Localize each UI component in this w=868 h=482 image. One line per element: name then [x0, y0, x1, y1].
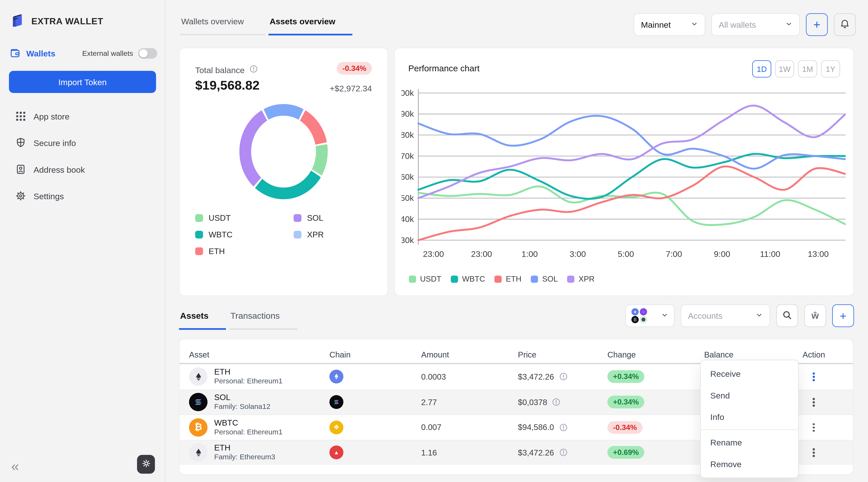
toggle-knob [139, 49, 148, 57]
row-actions-button[interactable] [810, 396, 817, 409]
tab-assets[interactable]: Assets [179, 311, 226, 330]
svg-text:90k: 90k [402, 109, 414, 119]
chart-legend-item-eth: ETH [495, 275, 522, 283]
notifications-button[interactable] [834, 13, 856, 36]
wbtc-asset-icon: ₿ [189, 418, 208, 437]
asset-cell: SOL Family: Solana12 [189, 392, 330, 412]
sidebar-item-secure-info[interactable]: Secure info [0, 130, 165, 156]
chevron-down-icon [691, 20, 698, 29]
wallets-label: Wallets [26, 49, 56, 58]
range-button-1y[interactable]: 1Y [821, 60, 840, 77]
polygon-token-icon: ◌ [640, 308, 647, 316]
donut-legend-item-wbtc: WBTC [195, 230, 293, 239]
sidebar-item-wallets[interactable]: Wallets [9, 47, 55, 59]
network-select[interactable]: Mainnet [634, 13, 705, 36]
add-wallet-button[interactable]: + [806, 13, 828, 36]
row-actions-button[interactable] [810, 446, 817, 459]
assets-tabs: AssetsTransactions [179, 311, 301, 330]
price-cell: $3,472.26 [518, 448, 608, 457]
asset-cell: ETH Personal: Ethereum1 [189, 367, 330, 386]
search-button[interactable] [776, 304, 798, 327]
legend-swatch [531, 275, 538, 283]
balance-change-badge: -0.34% [337, 62, 372, 75]
tab-assets-overview[interactable]: Assets overview [269, 13, 352, 35]
change-badge: +0.34% [608, 370, 644, 383]
eth-asset-icon [189, 367, 208, 386]
asset-account: Family: Solana12 [214, 403, 271, 412]
wallet-connect-button[interactable]: ŵ [804, 304, 826, 327]
legend-swatch [293, 214, 301, 222]
svg-text:1:00: 1:00 [521, 249, 538, 259]
svg-text:30k: 30k [402, 235, 414, 245]
collapse-sidebar-icon[interactable]: « [11, 459, 19, 473]
accounts-select[interactable]: Accounts [681, 304, 770, 327]
total-balance-card: Total balance -0.34% $19,568.82 +$2,972.… [179, 47, 388, 296]
bell-icon [839, 19, 850, 31]
chart-legend-item-usdt: USDT [409, 275, 441, 283]
sun-icon [141, 459, 151, 470]
token-icons-group: ♦ ◌ [631, 308, 648, 323]
extra-wallet-logo-icon [9, 12, 26, 31]
sidebar-item-app-store[interactable]: App store [0, 103, 165, 130]
solana-chain-icon [329, 395, 343, 409]
performance-chart-card: Performance chart 1D1W1M1Y 100k90k80k70k… [394, 47, 854, 296]
range-button-1m[interactable]: 1M [798, 60, 817, 77]
theme-toggle-button[interactable] [137, 455, 155, 474]
performance-line-chart: 100k90k80k70k60k50k40k30k23:0023:001:003… [402, 79, 846, 262]
change-cell: -0.34% [608, 421, 704, 433]
asset-cell: ₿ WBTC Personal: Ethereum1 [189, 418, 330, 437]
change-cell: +0.34% [608, 396, 704, 409]
all-wallets-select[interactable]: All wallets [711, 13, 800, 36]
amount-cell: 0.0003 [421, 372, 518, 381]
column-header-action: Action [803, 350, 853, 359]
asset-account: Family: Ethereum3 [214, 453, 275, 462]
svg-text:3:00: 3:00 [569, 249, 586, 259]
column-header-amount: Amount [421, 350, 518, 359]
range-button-1d[interactable]: 1D [752, 60, 771, 77]
menu-item-info[interactable]: Info [701, 406, 798, 427]
import-token-button[interactable]: Import Token [9, 71, 156, 93]
legend-swatch [451, 275, 458, 283]
legend-swatch [409, 275, 416, 283]
external-wallets-toggle[interactable] [138, 48, 157, 58]
menu-item-receive[interactable]: Receive [701, 363, 798, 385]
all-wallets-placeholder: All wallets [719, 20, 756, 29]
svg-text:13:00: 13:00 [808, 249, 829, 259]
gear-icon [15, 190, 26, 201]
total-balance-amount: $19,568.82 [195, 78, 259, 93]
menu-item-send[interactable]: Send [701, 385, 798, 406]
legend-swatch [195, 231, 203, 238]
price-cell: $3,472.26 [518, 372, 608, 381]
network-select-value: Mainnet [641, 20, 671, 29]
tab-wallets-overview[interactable]: Wallets overview [180, 13, 265, 35]
svg-text:11:00: 11:00 [760, 249, 780, 259]
info-icon[interactable] [249, 64, 258, 75]
asset-account: Personal: Ethereum1 [214, 377, 282, 386]
asset-name: SOL [214, 392, 271, 403]
wallets-row: Wallets External wallets [9, 46, 157, 60]
brand-title: EXTRA WALLET [31, 17, 103, 27]
ethereum-chain-icon [329, 370, 343, 384]
svg-text:60k: 60k [402, 172, 414, 182]
time-range-buttons: 1D1W1M1Y [752, 60, 840, 77]
sidebar-item-settings[interactable]: Settings [0, 183, 165, 209]
legend-swatch [195, 214, 203, 222]
row-actions-button[interactable] [810, 370, 817, 383]
amount-cell: 0.007 [421, 423, 518, 432]
donut-legend-item-eth: ETH [195, 247, 293, 256]
menu-item-rename[interactable]: Rename [701, 431, 798, 453]
menu-item-remove[interactable]: Remove [701, 453, 798, 475]
sidebar-item-address-book[interactable]: Address book [0, 156, 165, 183]
range-button-1w[interactable]: 1W [775, 60, 794, 77]
app-window: EXTRA WALLET Wallets External wallets Im… [0, 0, 868, 482]
amount-cell: 1.16 [421, 448, 518, 457]
row-actions-button[interactable] [810, 421, 817, 434]
tab-transactions[interactable]: Transactions [229, 311, 298, 330]
chain-cell [329, 370, 421, 384]
external-wallets-label: External wallets [82, 49, 133, 57]
token-filter-select[interactable]: ♦ ◌ [625, 304, 675, 327]
add-asset-button[interactable]: + [832, 304, 854, 327]
topbar-controls: Mainnet All wallets + [634, 13, 856, 36]
amount-cell: 2.77 [421, 398, 518, 407]
chain-cell: ▲ [329, 446, 421, 459]
